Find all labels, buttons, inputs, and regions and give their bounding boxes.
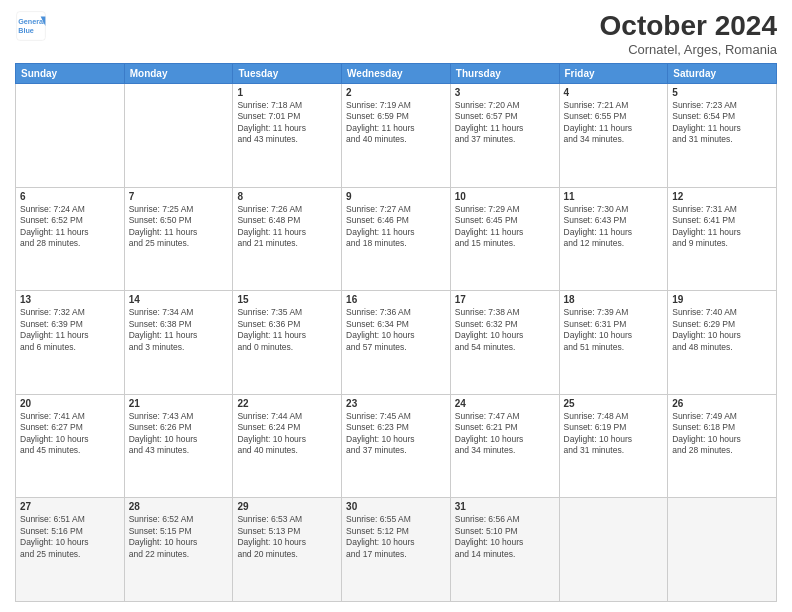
weekday-sunday: Sunday (16, 64, 125, 84)
day-info: Sunrise: 7:24 AM Sunset: 6:52 PM Dayligh… (20, 204, 120, 250)
day-info: Sunrise: 6:51 AM Sunset: 5:16 PM Dayligh… (20, 514, 120, 560)
day-number: 23 (346, 398, 446, 409)
day-info: Sunrise: 7:20 AM Sunset: 6:57 PM Dayligh… (455, 100, 555, 146)
day-info: Sunrise: 7:30 AM Sunset: 6:43 PM Dayligh… (564, 204, 664, 250)
day-cell: 30Sunrise: 6:55 AM Sunset: 5:12 PM Dayli… (342, 498, 451, 602)
day-number: 5 (672, 87, 772, 98)
day-number: 2 (346, 87, 446, 98)
header: General Blue October 2024 Cornatel, Arge… (15, 10, 777, 57)
day-info: Sunrise: 7:41 AM Sunset: 6:27 PM Dayligh… (20, 411, 120, 457)
day-info: Sunrise: 7:45 AM Sunset: 6:23 PM Dayligh… (346, 411, 446, 457)
day-number: 18 (564, 294, 664, 305)
weekday-wednesday: Wednesday (342, 64, 451, 84)
day-number: 10 (455, 191, 555, 202)
day-cell: 8Sunrise: 7:26 AM Sunset: 6:48 PM Daylig… (233, 187, 342, 291)
page: General Blue October 2024 Cornatel, Arge… (0, 0, 792, 612)
day-cell: 11Sunrise: 7:30 AM Sunset: 6:43 PM Dayli… (559, 187, 668, 291)
day-number: 30 (346, 501, 446, 512)
month-title: October 2024 (600, 10, 777, 42)
week-row-4: 27Sunrise: 6:51 AM Sunset: 5:16 PM Dayli… (16, 498, 777, 602)
week-row-0: 1Sunrise: 7:18 AM Sunset: 7:01 PM Daylig… (16, 84, 777, 188)
day-info: Sunrise: 7:36 AM Sunset: 6:34 PM Dayligh… (346, 307, 446, 353)
day-info: Sunrise: 7:27 AM Sunset: 6:46 PM Dayligh… (346, 204, 446, 250)
day-cell: 23Sunrise: 7:45 AM Sunset: 6:23 PM Dayli… (342, 394, 451, 498)
day-info: Sunrise: 7:43 AM Sunset: 6:26 PM Dayligh… (129, 411, 229, 457)
day-info: Sunrise: 7:18 AM Sunset: 7:01 PM Dayligh… (237, 100, 337, 146)
day-cell: 12Sunrise: 7:31 AM Sunset: 6:41 PM Dayli… (668, 187, 777, 291)
day-cell: 5Sunrise: 7:23 AM Sunset: 6:54 PM Daylig… (668, 84, 777, 188)
day-cell: 28Sunrise: 6:52 AM Sunset: 5:15 PM Dayli… (124, 498, 233, 602)
day-info: Sunrise: 7:31 AM Sunset: 6:41 PM Dayligh… (672, 204, 772, 250)
day-cell: 22Sunrise: 7:44 AM Sunset: 6:24 PM Dayli… (233, 394, 342, 498)
day-number: 27 (20, 501, 120, 512)
day-info: Sunrise: 7:23 AM Sunset: 6:54 PM Dayligh… (672, 100, 772, 146)
day-cell: 27Sunrise: 6:51 AM Sunset: 5:16 PM Dayli… (16, 498, 125, 602)
day-number: 14 (129, 294, 229, 305)
day-number: 16 (346, 294, 446, 305)
day-number: 25 (564, 398, 664, 409)
day-cell: 4Sunrise: 7:21 AM Sunset: 6:55 PM Daylig… (559, 84, 668, 188)
day-info: Sunrise: 6:55 AM Sunset: 5:12 PM Dayligh… (346, 514, 446, 560)
day-number: 19 (672, 294, 772, 305)
day-info: Sunrise: 7:47 AM Sunset: 6:21 PM Dayligh… (455, 411, 555, 457)
calendar: SundayMondayTuesdayWednesdayThursdayFrid… (15, 63, 777, 602)
day-number: 6 (20, 191, 120, 202)
day-number: 3 (455, 87, 555, 98)
weekday-tuesday: Tuesday (233, 64, 342, 84)
logo-icon: General Blue (15, 10, 47, 42)
day-number: 17 (455, 294, 555, 305)
day-cell: 13Sunrise: 7:32 AM Sunset: 6:39 PM Dayli… (16, 291, 125, 395)
day-cell: 10Sunrise: 7:29 AM Sunset: 6:45 PM Dayli… (450, 187, 559, 291)
day-info: Sunrise: 6:52 AM Sunset: 5:15 PM Dayligh… (129, 514, 229, 560)
day-number: 21 (129, 398, 229, 409)
day-info: Sunrise: 6:53 AM Sunset: 5:13 PM Dayligh… (237, 514, 337, 560)
day-number: 31 (455, 501, 555, 512)
weekday-thursday: Thursday (450, 64, 559, 84)
day-info: Sunrise: 6:56 AM Sunset: 5:10 PM Dayligh… (455, 514, 555, 560)
week-row-3: 20Sunrise: 7:41 AM Sunset: 6:27 PM Dayli… (16, 394, 777, 498)
weekday-header-row: SundayMondayTuesdayWednesdayThursdayFrid… (16, 64, 777, 84)
weekday-monday: Monday (124, 64, 233, 84)
day-cell: 7Sunrise: 7:25 AM Sunset: 6:50 PM Daylig… (124, 187, 233, 291)
day-number: 11 (564, 191, 664, 202)
title-area: October 2024 Cornatel, Arges, Romania (600, 10, 777, 57)
day-number: 26 (672, 398, 772, 409)
day-cell: 3Sunrise: 7:20 AM Sunset: 6:57 PM Daylig… (450, 84, 559, 188)
day-cell: 15Sunrise: 7:35 AM Sunset: 6:36 PM Dayli… (233, 291, 342, 395)
day-cell: 2Sunrise: 7:19 AM Sunset: 6:59 PM Daylig… (342, 84, 451, 188)
week-row-2: 13Sunrise: 7:32 AM Sunset: 6:39 PM Dayli… (16, 291, 777, 395)
day-cell: 6Sunrise: 7:24 AM Sunset: 6:52 PM Daylig… (16, 187, 125, 291)
day-info: Sunrise: 7:49 AM Sunset: 6:18 PM Dayligh… (672, 411, 772, 457)
day-cell: 26Sunrise: 7:49 AM Sunset: 6:18 PM Dayli… (668, 394, 777, 498)
day-cell (124, 84, 233, 188)
day-cell: 18Sunrise: 7:39 AM Sunset: 6:31 PM Dayli… (559, 291, 668, 395)
day-cell: 21Sunrise: 7:43 AM Sunset: 6:26 PM Dayli… (124, 394, 233, 498)
day-number: 13 (20, 294, 120, 305)
day-number: 22 (237, 398, 337, 409)
day-number: 8 (237, 191, 337, 202)
svg-text:General: General (18, 17, 45, 26)
day-cell: 24Sunrise: 7:47 AM Sunset: 6:21 PM Dayli… (450, 394, 559, 498)
day-info: Sunrise: 7:21 AM Sunset: 6:55 PM Dayligh… (564, 100, 664, 146)
day-number: 29 (237, 501, 337, 512)
day-number: 28 (129, 501, 229, 512)
day-info: Sunrise: 7:48 AM Sunset: 6:19 PM Dayligh… (564, 411, 664, 457)
day-info: Sunrise: 7:44 AM Sunset: 6:24 PM Dayligh… (237, 411, 337, 457)
day-info: Sunrise: 7:29 AM Sunset: 6:45 PM Dayligh… (455, 204, 555, 250)
day-info: Sunrise: 7:39 AM Sunset: 6:31 PM Dayligh… (564, 307, 664, 353)
day-cell: 1Sunrise: 7:18 AM Sunset: 7:01 PM Daylig… (233, 84, 342, 188)
day-number: 12 (672, 191, 772, 202)
day-cell: 14Sunrise: 7:34 AM Sunset: 6:38 PM Dayli… (124, 291, 233, 395)
day-cell: 9Sunrise: 7:27 AM Sunset: 6:46 PM Daylig… (342, 187, 451, 291)
day-info: Sunrise: 7:35 AM Sunset: 6:36 PM Dayligh… (237, 307, 337, 353)
day-number: 15 (237, 294, 337, 305)
weekday-friday: Friday (559, 64, 668, 84)
weekday-saturday: Saturday (668, 64, 777, 84)
day-cell: 17Sunrise: 7:38 AM Sunset: 6:32 PM Dayli… (450, 291, 559, 395)
day-number: 7 (129, 191, 229, 202)
day-cell (16, 84, 125, 188)
day-number: 1 (237, 87, 337, 98)
day-cell (559, 498, 668, 602)
week-row-1: 6Sunrise: 7:24 AM Sunset: 6:52 PM Daylig… (16, 187, 777, 291)
day-cell: 29Sunrise: 6:53 AM Sunset: 5:13 PM Dayli… (233, 498, 342, 602)
